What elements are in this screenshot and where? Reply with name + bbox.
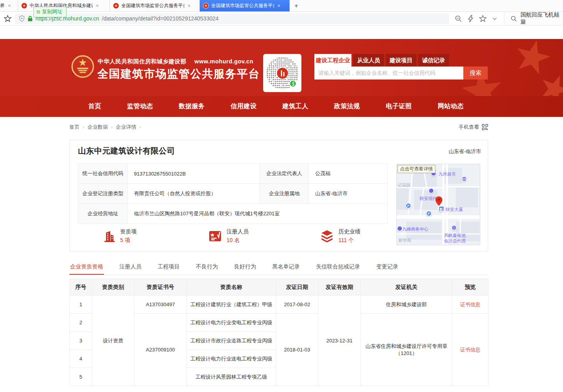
lianan-city-pin-icon bbox=[428, 188, 434, 194]
nav-item-credit[interactable]: 信用建设 bbox=[230, 102, 256, 111]
building-icon bbox=[102, 229, 116, 243]
location-map[interactable]: 点击可查看详情 九州超市 ATM 记花园 联安现代城 ◧ 联安大厦 P P 九峰… bbox=[396, 164, 480, 245]
tab-label: 全国建筑市场监管公共服务平台 bbox=[211, 2, 274, 9]
col-authority: 发证机关 bbox=[361, 279, 452, 296]
mobile-view-label[interactable]: 手机查看 bbox=[459, 124, 479, 131]
breadcrumb-company-data[interactable]: 企业数据 bbox=[87, 124, 108, 131]
search-icon bbox=[511, 15, 517, 22]
breadcrumb-home[interactable]: 首页 bbox=[69, 124, 80, 131]
cell-category: 设计资质 bbox=[92, 296, 134, 386]
certificate-info-link[interactable]: 证书信息 bbox=[460, 347, 481, 353]
top-gap bbox=[0, 26, 563, 39]
tab-dishonesty-records[interactable]: 失信联合惩戒记录 bbox=[315, 260, 361, 275]
map-label-garden: 记花园 bbox=[398, 182, 411, 188]
col-serial: 序号 bbox=[70, 279, 92, 296]
breadcrumb-company-detail[interactable]: 企业详情 bbox=[116, 124, 136, 131]
url-bar[interactable]: https://jzsc.mohurd.gov.cn/data/company/… bbox=[15, 13, 449, 24]
legal-rep-label: 企业法定代表人 bbox=[260, 164, 309, 184]
company-name: 山东中元建筑设计有限公司 bbox=[78, 146, 175, 156]
atm-pin-icon: ATM bbox=[461, 176, 467, 182]
col-qual-name: 资质名称 bbox=[187, 279, 276, 296]
nav-item-data-service[interactable]: 数据服务 bbox=[179, 102, 205, 111]
jiufeng-pin-icon bbox=[397, 226, 403, 231]
cell-no: 4 bbox=[70, 350, 92, 368]
tab-change-records[interactable]: 变更记录 bbox=[375, 260, 399, 275]
tab-good-behavior[interactable]: 良好行为 bbox=[233, 260, 257, 275]
col-cert-no: 资质证书号 bbox=[134, 279, 187, 296]
nav-item-policy[interactable]: 政策法规 bbox=[334, 102, 360, 111]
hot-search-box[interactable]: 国航回应飞机颠簸 bbox=[504, 12, 563, 25]
nav-item-home[interactable]: 首页 bbox=[88, 102, 101, 111]
search-tab-project[interactable]: 建设项目 bbox=[386, 54, 416, 67]
copy-icon: ⧉ bbox=[37, 9, 40, 15]
keyword-search-input[interactable] bbox=[314, 67, 463, 80]
tab-projects[interactable]: 工程项目 bbox=[157, 260, 180, 275]
search-tab-enterprise[interactable]: 建设工程企业 bbox=[314, 54, 351, 67]
nav-item-supervision[interactable]: 监管动态 bbox=[127, 102, 153, 111]
cell-no: 2 bbox=[70, 314, 92, 332]
zoom-out-icon[interactable] bbox=[455, 15, 462, 22]
stat-value: 5 项 bbox=[120, 237, 137, 244]
map-label-supermarket: 九州超市 bbox=[439, 171, 456, 177]
stat-history-performance[interactable]: 历史业绩111 个 bbox=[320, 228, 360, 244]
cell-preview: 证书信息 bbox=[452, 314, 489, 386]
browser-tab-2[interactable]: 全国建筑市场监管公共服务平台 × bbox=[110, 0, 200, 11]
certificate-icon bbox=[208, 230, 222, 242]
col-valid-until: 发证有效期 bbox=[318, 279, 361, 296]
cell-qual-name: 工程设计建筑行业（建筑工程）甲级 bbox=[187, 296, 276, 314]
national-emblem-logo bbox=[71, 55, 95, 80]
flash-extension-icon[interactable] bbox=[467, 15, 474, 22]
tab-close-icon[interactable]: × bbox=[277, 3, 281, 9]
cell-no: 1 bbox=[70, 296, 92, 314]
bookmark-star-icon[interactable] bbox=[4, 15, 11, 22]
chevron-down-icon[interactable] bbox=[492, 16, 498, 22]
breadcrumb: 首页 › 企业数据 › 企业详情 › 手机查看 bbox=[69, 122, 488, 132]
tab-enterprise-qualification[interactable]: 企业资质资格 bbox=[69, 260, 104, 275]
search-button[interactable]: 搜索 bbox=[463, 67, 488, 80]
search-tab-credit[interactable]: 诚信记录 bbox=[418, 54, 449, 67]
tab-label: 全国建筑市场监管公共服务平台 bbox=[121, 2, 184, 9]
legal-rep-value: 公茂福 bbox=[309, 164, 388, 184]
reg-place-label: 企业注册属地 bbox=[260, 184, 309, 204]
site-header-banner: 中华人民共和国住房和城乡建设部 www.mohurd.gov.cn 全国建筑市场… bbox=[0, 39, 563, 96]
cell-preview: 证书信息 bbox=[452, 296, 489, 314]
tab-registered-personnel[interactable]: 注册人员 bbox=[119, 260, 142, 275]
reg-type-label: 企业登记注册类型 bbox=[78, 184, 128, 204]
cell-issue-date: 2017-08-02 bbox=[276, 296, 318, 314]
tab-blacklist[interactable]: 黑名单记录 bbox=[271, 260, 301, 275]
hot-search-text[interactable]: 国航回应飞机颠簸 bbox=[520, 11, 563, 26]
nav-item-workers[interactable]: 建筑工人 bbox=[282, 102, 308, 111]
browser-tab-0[interactable]: 界 × bbox=[0, 0, 18, 11]
emblem-favicon-icon bbox=[113, 3, 119, 9]
stat-label: 资质项 bbox=[120, 228, 137, 235]
cell-issue-date: 2018-01-03 bbox=[276, 314, 318, 386]
map-label-lianan-tower: 联安大厦 bbox=[446, 207, 463, 213]
shield-permission-icon[interactable] bbox=[19, 15, 25, 22]
nav-item-site-news[interactable]: 网站动态 bbox=[438, 102, 464, 111]
cell-cert-no: A137030497 bbox=[134, 296, 187, 314]
favorite-star-icon[interactable] bbox=[479, 15, 487, 22]
tab-close-icon[interactable]: × bbox=[7, 3, 12, 9]
new-tab-button[interactable]: + bbox=[290, 0, 303, 11]
stat-value: 111 个 bbox=[338, 237, 360, 244]
certificate-info-link[interactable]: 证书信息 bbox=[460, 301, 481, 307]
table-row: 企业登记注册类型 有限责任公司（自然人投资或控股） 企业注册属地 山东省-临沂市 bbox=[78, 184, 388, 204]
credit-code-value: 91371302675501022B bbox=[128, 164, 260, 184]
search-tab-personnel[interactable]: 从业人员 bbox=[353, 54, 384, 67]
cell-qual-name: 工程设计电力行业变电工程专业丙级 bbox=[187, 314, 276, 332]
qr-mini-icon[interactable] bbox=[482, 124, 488, 130]
nav-item-e-license[interactable]: 电子证照 bbox=[386, 102, 412, 111]
table-row: 统一社会信用代码 91371302675501022B 企业法定代表人 公茂福 bbox=[78, 164, 388, 184]
company-region: 山东省-临沂市 bbox=[449, 148, 481, 155]
stat-qualifications[interactable]: 资质项5 项 bbox=[102, 228, 137, 244]
cell-qual-name: 工程设计风景园林工程专项乙级 bbox=[187, 368, 276, 386]
copy-url-label: 复制网址 bbox=[42, 8, 63, 15]
tab-close-icon[interactable]: × bbox=[95, 3, 100, 9]
col-issue-date: 发证日期 bbox=[276, 279, 318, 296]
tab-close-icon[interactable]: × bbox=[187, 3, 191, 9]
tab-bad-behavior[interactable]: 不良行为 bbox=[195, 260, 219, 275]
browser-tab-3-active[interactable]: 全国建筑市场监管公共服务平台 × bbox=[200, 0, 290, 11]
stat-registered-personnel[interactable]: 注册人员10 名 bbox=[208, 228, 249, 244]
map-label-xinhua: 新华苑 bbox=[398, 237, 411, 243]
cell-cert-no: A237009100 bbox=[134, 314, 187, 386]
